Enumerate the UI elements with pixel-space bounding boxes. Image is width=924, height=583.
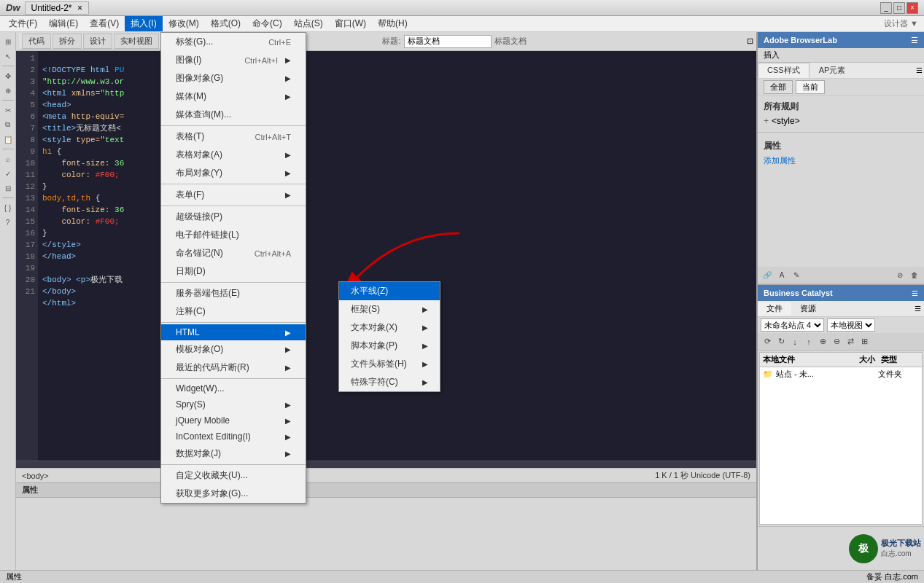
edit-style-btn[interactable]: ✎: [790, 269, 803, 282]
tab-code[interactable]: 代码: [22, 34, 51, 49]
menu-modify[interactable]: 修改(M): [163, 16, 205, 31]
panel-toggle[interactable]: ⊡: [747, 36, 753, 46]
minimize-button[interactable]: _: [880, 2, 892, 14]
app-logo: Dw: [6, 2, 20, 13]
file-upload-btn[interactable]: ↑: [802, 335, 815, 348]
rule-expand-icon[interactable]: +: [764, 116, 769, 126]
browser-lab-header: Adobe BrowserLab ☰: [758, 32, 924, 48]
css-properties-area: 属性 添加属性: [758, 136, 924, 267]
toolbar-separator4: [2, 197, 14, 198]
file-download-btn[interactable]: ↓: [788, 335, 801, 348]
view-select[interactable]: 本地视图: [827, 318, 875, 332]
insert-label-area: 插入: [758, 48, 924, 63]
left-toolbar: ⊞ ↖ ✥ ⊕ ✂ ⧉ 📋 ⌕ ✓ ⊟ { } ?: [0, 32, 16, 570]
menu-view[interactable]: 查看(V): [84, 16, 125, 31]
bc-panel-options[interactable]: ☰: [912, 289, 918, 297]
delete-style-btn[interactable]: 🗑: [908, 269, 921, 282]
rule-name[interactable]: <style>: [772, 116, 800, 126]
doc-title-input[interactable]: [404, 35, 492, 48]
menu-file[interactable]: 文件(F): [3, 16, 43, 31]
menu-insert[interactable]: 插入(I): [125, 16, 162, 31]
tab-files[interactable]: 文件: [758, 302, 791, 316]
tool-select[interactable]: ↖: [1, 50, 15, 63]
file-type: 文件夹: [875, 369, 919, 380]
tab-live[interactable]: 实时视图: [114, 34, 159, 49]
menu-command[interactable]: 命令(C): [246, 16, 288, 31]
tool-snippet[interactable]: { }: [1, 201, 15, 214]
design-mode-label: 设计器 ▼: [884, 18, 918, 29]
file-refresh-btn[interactable]: ↻: [774, 335, 788, 348]
panel-menu-btn[interactable]: ☰: [915, 65, 924, 76]
tool-paste[interactable]: 📋: [1, 133, 15, 146]
tab-ap-elements[interactable]: AP元素: [810, 63, 855, 78]
file-checkin-btn[interactable]: ⊕: [816, 335, 829, 348]
css-property-title: 属性: [764, 140, 918, 152]
css-all-btn[interactable]: 全部: [764, 80, 793, 94]
file-expand-btn[interactable]: ⊞: [858, 335, 871, 348]
tool-hand[interactable]: ✥: [1, 69, 15, 82]
browser-lab-title: Adobe BrowserLab: [764, 36, 911, 44]
col-size: 大小: [842, 353, 878, 367]
col-local-files: 本地文件: [760, 353, 842, 367]
toolbar-separator2: [2, 100, 14, 101]
tab-css-styles[interactable]: CSS样式: [758, 63, 810, 78]
file-checkout-btn[interactable]: ⊖: [830, 335, 843, 348]
file-tab-title[interactable]: Untitled-2* ×: [25, 1, 89, 15]
properties-content: [16, 498, 756, 504]
file-list-header: 本地文件 大小 类型: [760, 353, 922, 367]
menu-site[interactable]: 站点(S): [288, 16, 329, 31]
doc-title-label: 标题:: [382, 36, 400, 47]
menu-bar: 文件(F) 编辑(E) 查看(V) 插入(I) 修改(M) 格式(O) 命令(C…: [0, 16, 924, 32]
line-numbers: 123456789101112131415161718192021: [16, 51, 38, 461]
file-panel-menu[interactable]: ☰: [912, 303, 924, 314]
panel-divider: [758, 132, 924, 133]
site-select[interactable]: 未命名站点 4: [761, 318, 824, 332]
file-info: 1 K / 1 秒 Unicode (UTF-8): [655, 470, 750, 481]
toolbar-separator: [2, 66, 14, 66]
tab-split[interactable]: 拆分: [53, 34, 82, 49]
tab-close[interactable]: ×: [77, 3, 82, 13]
insert-label: 插入: [764, 50, 780, 59]
tool-copy[interactable]: ⧉: [1, 118, 15, 131]
tab-assets[interactable]: 资源: [791, 302, 825, 316]
tool-expand[interactable]: ⊟: [1, 181, 15, 195]
close-button[interactable]: ×: [906, 2, 918, 14]
current-tag: <body>: [22, 472, 49, 480]
disable-style-btn[interactable]: ⊘: [893, 269, 906, 282]
tool-check[interactable]: ✓: [1, 167, 15, 180]
rule-item: + <style>: [764, 114, 918, 128]
all-rules-title: 所有规则: [764, 101, 918, 113]
tool-reference[interactable]: ?: [1, 216, 15, 229]
all-rules-section: 所有规则 + <style>: [758, 96, 924, 129]
menu-format[interactable]: 格式(O): [205, 16, 246, 31]
file-row[interactable]: 📁 站点 - 未... 文件夹: [760, 367, 922, 381]
panel-options[interactable]: ☰: [911, 36, 918, 45]
menu-edit[interactable]: 编辑(E): [43, 16, 84, 31]
bottom-properties-label: 属性: [6, 571, 22, 582]
css-current-btn[interactable]: 当前: [796, 80, 825, 94]
logo-circle: 极: [849, 534, 878, 563]
menu-help[interactable]: 帮助(H): [372, 16, 414, 31]
new-style-btn[interactable]: A: [775, 269, 788, 282]
status-bar: <body> 1 K / 1 秒 Unicode (UTF-8): [16, 468, 756, 482]
add-property-link[interactable]: 添加属性: [764, 156, 796, 165]
tool-zoom[interactable]: ⊕: [1, 84, 15, 97]
properties-title: 属性: [22, 485, 38, 496]
file-sync-btn[interactable]: ⇄: [844, 335, 857, 348]
tool-insert[interactable]: ⊞: [1, 35, 15, 48]
file-path-label: 标题文档: [494, 36, 527, 47]
file-list: 本地文件 大小 类型 📁 站点 - 未... 文件夹: [759, 352, 923, 525]
menu-window[interactable]: 窗口(W): [329, 16, 372, 31]
watermark-area: 极 极光下载站 白志.com: [758, 526, 924, 570]
attach-style-btn[interactable]: 🔗: [761, 269, 774, 282]
file-connect-btn[interactable]: ⟳: [761, 335, 774, 348]
tab-design[interactable]: 设计: [83, 34, 112, 49]
tool-find[interactable]: ⌕: [1, 152, 15, 165]
code-content[interactable]: <!DOCTYPE html PU "http://www.w3.or <htm…: [38, 51, 756, 461]
maximize-button[interactable]: □: [893, 2, 905, 14]
tool-cut[interactable]: ✂: [1, 103, 15, 117]
title-bar: Dw Untitled-2* × _ □ ×: [0, 0, 924, 16]
bc-title: Business Catalyst: [764, 289, 912, 297]
business-catalyst-header: Business Catalyst ☰: [758, 285, 924, 301]
watermark-text2: 白志.com: [881, 549, 921, 559]
